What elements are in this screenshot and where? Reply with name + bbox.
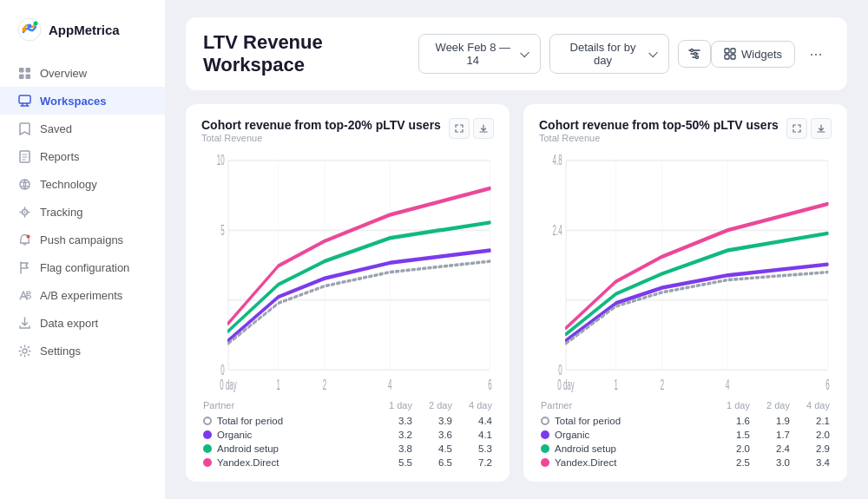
widgets-button[interactable]: Widgets <box>711 41 795 68</box>
chart-svg-2: 4.8 2.4 0 0 day 1 2 4 6 <box>539 145 832 393</box>
val-4day: 4.1 <box>468 430 492 440</box>
sidebar-item-workspaces[interactable]: Workspaces <box>0 87 165 115</box>
table-row: Yandex.Direct 5.5 6.5 7.2 <box>201 456 494 469</box>
chart-download-button-2[interactable] <box>811 118 832 139</box>
col-nums: 1 day 2 day 4 day <box>388 400 492 410</box>
svg-text:4: 4 <box>388 378 391 393</box>
val-1day: 5.5 <box>388 457 412 468</box>
widgets-icon <box>724 48 736 60</box>
svg-text:5: 5 <box>220 223 224 239</box>
chart-download-button-1[interactable] <box>473 118 494 139</box>
detail-filter-button[interactable]: Details for by day <box>549 34 669 74</box>
chart-subtitle-1: Total Revenue <box>201 133 441 143</box>
workspace-icon <box>17 94 31 108</box>
col-2day: 2 day <box>428 400 452 410</box>
sidebar-item-ab[interactable]: A/B experiments <box>0 281 165 309</box>
chart-title-2: Cohort revenue from top-50% pLTV users <box>539 118 779 132</box>
sidebar-item-label: Overview <box>40 67 87 80</box>
more-dots-icon: ··· <box>809 45 822 63</box>
chart-table-1: Partner 1 day 2 day 4 day Total for peri… <box>201 400 494 469</box>
table-header-row-2: Partner 1 day 2 day 4 day <box>539 400 832 410</box>
sidebar-item-export[interactable]: Data export <box>0 309 165 337</box>
chart-header-1: Cohort revenue from top-20% pLTV users T… <box>201 118 494 143</box>
svg-text:2.4: 2.4 <box>553 223 562 239</box>
sidebar-item-push[interactable]: Push campaigns <box>0 226 165 253</box>
row-dot-total <box>541 417 549 425</box>
grid-icon <box>17 66 31 80</box>
sidebar-item-reports[interactable]: Reports <box>0 142 165 170</box>
chart-card-2: Cohort revenue from top-50% pLTV users T… <box>523 104 847 482</box>
app-name: AppMetrica <box>49 23 120 37</box>
row-dot-yandex <box>203 458 212 467</box>
sidebar-item-tracking[interactable]: Tracking <box>0 198 165 226</box>
val-4day: 7.2 <box>468 457 492 468</box>
svg-point-1 <box>23 28 27 32</box>
svg-rect-19 <box>731 49 735 53</box>
header-card: LTV Revenue Workspace Week Feb 8 — 14 De… <box>186 17 847 90</box>
svg-point-16 <box>694 53 697 56</box>
row-label: Yandex.Direct <box>555 457 616 468</box>
svg-point-13 <box>26 234 30 238</box>
table-row: Organic 1.5 1.7 2.0 <box>539 428 832 442</box>
sidebar-item-label: Saved <box>40 122 72 135</box>
chart-area-2: 4.8 2.4 0 0 day 1 2 4 6 <box>539 145 832 393</box>
chart-header-2: Cohort revenue from top-50% pLTV users T… <box>539 118 832 143</box>
svg-text:0: 0 <box>220 363 224 378</box>
chart-expand-button-1[interactable] <box>449 118 470 139</box>
row-label: Total for period <box>555 416 621 426</box>
svg-rect-8 <box>19 95 30 103</box>
svg-text:0 day: 0 day <box>220 378 237 393</box>
ab-icon <box>17 288 31 302</box>
charts-row: Cohort revenue from top-20% pLTV users T… <box>186 104 847 482</box>
svg-rect-21 <box>731 55 735 59</box>
svg-text:4: 4 <box>726 378 729 393</box>
svg-text:10: 10 <box>217 153 225 168</box>
col-partner: Partner <box>541 400 726 410</box>
val-4day: 5.3 <box>468 443 492 454</box>
sidebar-item-label: Data export <box>40 317 98 330</box>
chart-title-1: Cohort revenue from top-20% pLTV users <box>201 118 441 132</box>
col-1day: 1 day <box>726 400 750 410</box>
chart-expand-button-2[interactable] <box>786 118 807 139</box>
val-4day: 4.4 <box>468 416 492 426</box>
header-right: Widgets ··· <box>711 40 830 68</box>
sidebar-item-overview[interactable]: Overview <box>0 59 165 87</box>
technology-icon <box>17 177 31 191</box>
filter-settings-button[interactable] <box>678 40 711 68</box>
svg-point-3 <box>34 22 38 26</box>
detail-filter-label: Details for by day <box>562 41 642 67</box>
svg-point-15 <box>691 49 694 52</box>
svg-text:1: 1 <box>614 378 617 393</box>
table-row: Total for period 1.6 1.9 2.1 <box>539 414 832 428</box>
tracking-icon <box>17 205 31 219</box>
svg-rect-4 <box>19 68 24 73</box>
col-1day: 1 day <box>388 400 412 410</box>
header-actions: Week Feb 8 — 14 Details for by day <box>418 34 711 74</box>
appmetrica-logo-icon <box>17 17 42 42</box>
page-title: LTV Revenue Workspace <box>203 31 418 76</box>
row-dot-organic <box>541 430 549 439</box>
more-options-button[interactable]: ··· <box>802 40 830 68</box>
widgets-label: Widgets <box>741 48 782 61</box>
sidebar-item-saved[interactable]: Saved <box>0 115 165 142</box>
chart-card-1: Cohort revenue from top-20% pLTV users T… <box>186 104 510 482</box>
sidebar-item-label: Tracking <box>40 206 82 219</box>
chart-area-1: 10 5 0 0 day 1 2 4 6 <box>201 145 494 393</box>
table-row: Total for period 3.3 3.9 4.4 <box>201 414 494 428</box>
sliders-icon <box>687 47 701 61</box>
date-filter-button[interactable]: Week Feb 8 — 14 <box>418 34 542 74</box>
val-2day: 4.5 <box>428 443 452 454</box>
table-row: Android setup 3.8 4.5 5.3 <box>201 442 494 456</box>
svg-point-14 <box>23 349 27 353</box>
chart-table-2: Partner 1 day 2 day 4 day Total for peri… <box>539 400 832 469</box>
sidebar-item-technology[interactable]: Technology <box>0 170 165 198</box>
svg-text:1: 1 <box>276 378 279 393</box>
sidebar: AppMetrica Overview Workspaces Saved <box>0 0 165 499</box>
svg-text:6: 6 <box>825 378 829 393</box>
row-label: Yandex.Direct <box>217 457 279 468</box>
svg-rect-6 <box>19 74 24 79</box>
bookmark-icon <box>17 121 31 135</box>
chart-subtitle-2: Total Revenue <box>539 133 779 143</box>
sidebar-item-flag[interactable]: Flag configuration <box>0 253 165 281</box>
sidebar-item-settings[interactable]: Settings <box>0 337 165 364</box>
